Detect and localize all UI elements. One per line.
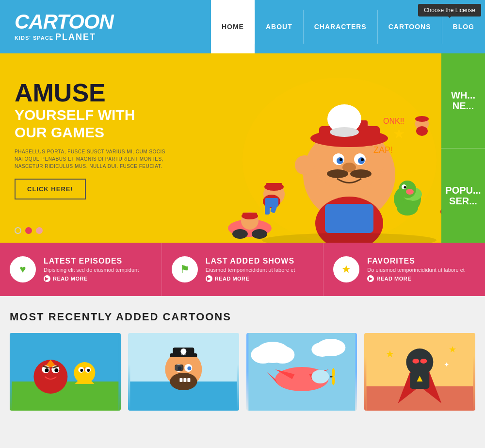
license-tooltip: Choose the License (418, 4, 481, 17)
svg-text:ONK!!: ONK!! (383, 117, 404, 125)
last-added-title: LAST ADDED SHOWS (206, 257, 295, 265)
svg-rect-91 (187, 378, 190, 382)
svg-point-63 (45, 368, 48, 372)
favorites-title: FAVORITES (367, 257, 465, 265)
hero-side-top: WH...NE... (441, 53, 485, 149)
hero-content: AMUSE YOURSELF WITHOUR GAMES PHASELLUS P… (0, 53, 184, 214)
logo-sub: KIDS' SPACE PLANET (15, 32, 113, 42)
hero-main: AMUSE YOURSELF WITHOUR GAMES PHASELLUS P… (0, 53, 441, 243)
svg-rect-87 (175, 365, 183, 371)
svg-point-97 (311, 342, 333, 357)
last-added-desc: Eiusmod temporincididunt ut labore et (206, 267, 295, 273)
svg-point-30 (404, 186, 406, 189)
feature-latest-episodes: ♥ LATEST EPISODES Dipisicing elit sed do… (0, 243, 162, 296)
feature-favorites: ★ FAVORITES Do eiusmod temporincididunt … (323, 243, 485, 296)
svg-text:✦: ✦ (444, 361, 450, 368)
svg-point-16 (295, 155, 314, 175)
cartoon-thumb-4[interactable]: ★ ✦ ★ (364, 333, 475, 411)
nav-about[interactable]: ABOUT (255, 0, 303, 53)
svg-point-64 (54, 368, 58, 372)
svg-point-31 (406, 189, 414, 195)
favorites-text: FAVORITES Do eiusmod temporincididunt ut… (367, 257, 465, 282)
hero-title-big: AMUSE (15, 80, 170, 105)
latest-episodes-desc: Dipisicing elit sed do eiusmod tempidunt (44, 267, 139, 273)
hero-section: AMUSE YOURSELF WITHOUR GAMES PHASELLUS P… (0, 53, 485, 243)
latest-episodes-text: LATEST EPISODES Dipisicing elit sed do e… (44, 257, 139, 282)
svg-point-44 (416, 126, 428, 136)
hero-title-sub: YOURSELF WITHOUR GAMES (15, 106, 170, 141)
svg-point-28 (399, 181, 416, 198)
svg-rect-56 (242, 213, 257, 217)
svg-point-15 (350, 169, 372, 178)
last-added-arrow: ▶ (206, 275, 212, 282)
last-added-icon: ⚑ (172, 256, 198, 282)
cartoon-grid: ★ ✦ ★ (10, 333, 475, 411)
latest-episodes-icon: ♥ (10, 256, 36, 282)
slider-dot-1[interactable] (15, 227, 21, 234)
hero-side-panel: WH...NE... POPU...SER... (441, 53, 485, 243)
hero-side-bottom: POPU...SER... (441, 149, 485, 243)
logo-main[interactable]: CARTOON (15, 12, 113, 32)
logo: CARTOON KIDS' SPACE PLANET (0, 12, 128, 42)
svg-text:ZAP!: ZAP! (373, 145, 393, 155)
svg-point-32 (397, 200, 418, 216)
svg-point-38 (330, 127, 359, 137)
last-added-link[interactable]: ▶ READ MORE (206, 275, 295, 282)
cartoon-thumb-1[interactable] (10, 333, 121, 411)
favorites-desc: Do eiusmod temporincididunt ut labore et (367, 267, 465, 273)
svg-rect-21 (266, 183, 282, 188)
svg-text:★: ★ (449, 345, 457, 354)
header: Choose the License CARTOON KIDS' SPACE P… (0, 0, 485, 53)
svg-text:★: ★ (393, 126, 405, 141)
svg-point-12 (361, 158, 364, 161)
svg-point-73 (87, 369, 90, 372)
nav-characters[interactable]: CHARACTERS (304, 0, 377, 53)
flag-icon: ⚑ (180, 263, 190, 276)
slider-dot-3[interactable] (36, 227, 43, 234)
favorites-icon: ★ (333, 256, 359, 282)
svg-point-112 (413, 359, 420, 364)
heart-icon: ♥ (19, 263, 26, 276)
logo-planet: PLANET (55, 32, 96, 42)
svg-point-52 (232, 229, 248, 239)
last-added-text: LAST ADDED SHOWS Eiusmod temporincididun… (206, 257, 295, 282)
svg-point-43 (415, 116, 429, 122)
logo-kids: KIDS' SPACE (15, 35, 53, 41)
cartoon-thumb-3[interactable] (246, 333, 357, 411)
latest-episodes-title: LATEST EPISODES (44, 257, 139, 265)
svg-rect-24 (265, 205, 270, 215)
hero-description: PHASELLUS PORTA, FUSCE SUSCT VARIUS MI, … (15, 148, 170, 170)
favorites-link[interactable]: ▶ READ MORE (367, 275, 465, 282)
nav-home[interactable]: HOME (211, 0, 255, 53)
svg-rect-107 (367, 386, 473, 411)
svg-point-50 (262, 233, 436, 243)
svg-point-102 (311, 370, 329, 383)
svg-point-86 (187, 366, 191, 370)
latest-episodes-arrow: ▶ (44, 275, 50, 282)
svg-point-72 (80, 369, 83, 372)
latest-episodes-link[interactable]: ▶ READ MORE (44, 275, 139, 282)
svg-text:★: ★ (386, 348, 395, 359)
svg-point-11 (340, 158, 342, 161)
svg-rect-18 (325, 204, 373, 233)
svg-point-46 (440, 205, 441, 218)
feature-strip: ♥ LATEST EPISODES Dipisicing elit sed do… (0, 243, 485, 296)
svg-point-14 (327, 169, 348, 178)
favorites-arrow: ▶ (367, 275, 374, 282)
hero-side-bottom-text: POPU...SER... (445, 185, 481, 206)
svg-rect-90 (183, 378, 186, 382)
cartoon-thumb-2[interactable] (128, 333, 239, 411)
svg-point-95 (270, 346, 294, 364)
cartoons-section: MOST RECENTLY ADDED CARTOONS (0, 296, 485, 420)
hero-illustration: M (184, 53, 441, 243)
svg-point-79 (180, 348, 186, 354)
hero-cta-button[interactable]: CLICK HERE! (15, 179, 86, 199)
star-icon: ★ (341, 263, 351, 276)
svg-rect-89 (179, 378, 182, 382)
slider-dots (15, 227, 43, 234)
svg-point-108 (406, 348, 434, 376)
svg-point-68 (74, 362, 95, 383)
slider-dot-2[interactable] (25, 227, 32, 234)
svg-rect-58 (12, 382, 118, 411)
svg-point-53 (252, 229, 267, 239)
